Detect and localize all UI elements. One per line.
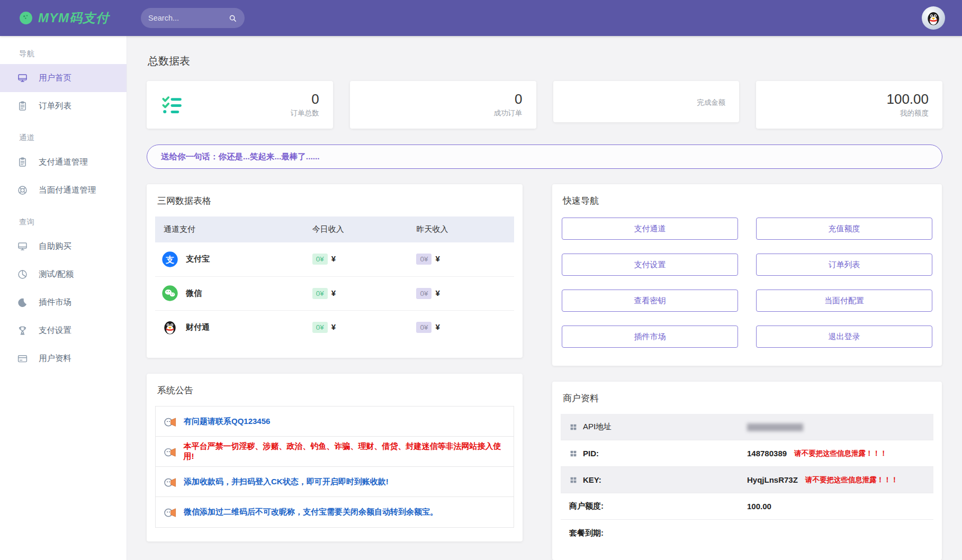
notice-banner: 送给你一句话：你还是...笑起来...最棒了...... [147,144,942,169]
trophy-icon [17,325,28,336]
monitor-icon [17,241,28,252]
channel-table-title: 三网数据表格 [157,195,514,207]
brand-logo[interactable]: MYM码支付 [0,10,127,26]
announcements-title: 系统公告 [157,384,514,396]
table-row-wechat: 微信 0¥¥ 0¥¥ [155,276,514,310]
merchant-row-key: KEY: HyqjLnsR73Z 请不要把这些信息泄露！！！ [561,467,933,493]
leak-warning: 请不要把这些信息泄露！！！ [805,475,898,485]
sidebar-item-f2f-channel-mgmt[interactable]: 当面付通道管理 [0,176,127,204]
tenpay-icon [161,319,178,336]
announcements-list: 有问题请联系QQ123456 本平台严禁一切淫秽、涉赌、政治、钓鱼、诈骗、理财、… [155,406,514,528]
stats-row: 0 订单总数 0 成功订单 [147,81,942,129]
diamond-icon [364,93,388,117]
channel-name: 财付通 [186,322,210,332]
announcement-text: 添加收款码，并扫码登入CK状态，即可开启即时到账收款! [184,477,389,487]
sidebar-item-pay-channel-mgmt[interactable]: 支付通道管理 [0,148,127,176]
yen-symbol: ¥ [331,288,336,297]
stat-card-success-orders: 0 成功订单 [350,81,536,129]
channel-table: 通道支付 今日收入 昨天收入 支 支付宝 [155,216,514,344]
notice-banner-text: 送给你一句话：你还是...笑起来...最棒了...... [161,151,320,162]
quicknav-order-list-button[interactable]: 订单列表 [756,254,932,276]
sidebar-section-query: 查询 [0,204,127,232]
quicknav-logout-button[interactable]: 退出登录 [756,326,932,348]
yesterday-income-badge: 0¥ [416,254,431,265]
today-income-badge: 0¥ [312,254,328,265]
stat-card-completed-amount: 完成金额 [553,81,740,122]
users-icon [567,89,591,114]
sidebar-section-nav: 导航 [0,36,127,64]
wechat-icon [161,285,178,302]
quick-nav-card: 快速导航 支付通道 充值额度 支付设置 订单列表 查看密钥 当面付配置 插件市场… [552,184,942,366]
merchant-label: 套餐到期: [569,528,604,538]
quicknav-pay-settings-button[interactable]: 支付设置 [562,254,738,276]
merchant-row-api: API地址 ██████████████ [561,414,933,440]
stat-label: 我的额度 [900,109,929,118]
left-column: 三网数据表格 通道支付 今日收入 昨天收入 [147,184,523,557]
yen-symbol: ¥ [435,322,439,331]
yen-symbol: ¥ [331,322,336,331]
sidebar-item-self-purchase[interactable]: 自助购买 [0,232,127,260]
quicknav-pay-channel-button[interactable]: 支付通道 [562,218,738,240]
quicknav-plugin-market-button[interactable]: 插件市场 [562,326,738,348]
monitor-icon [17,73,28,84]
stat-label: 成功订单 [494,109,523,118]
merchant-label: API地址 [583,422,612,432]
quicknav-recharge-quota-button[interactable]: 充值额度 [756,218,932,240]
announcement-item: 添加收款码，并扫码登入CK状态，即可开启即时到账收款! [156,467,514,497]
sidebar-item-test-quota[interactable]: 测试/配额 [0,260,127,288]
main-content: 总数据表 0 订单总数 [127,36,962,560]
sidebar: 导航 用户首页 订单列表 通道 支付通道管理 当面付通道管理 查询 自助购买 测… [0,36,127,560]
sidebar-item-user-home[interactable]: 用户首页 [0,64,127,92]
grid-icon [569,449,578,458]
clipboard-icon [17,157,28,168]
sidebar-item-label: 测试/配额 [39,269,74,280]
user-avatar[interactable] [922,6,945,30]
credit-card-icon [17,353,28,364]
grid-icon [569,476,578,484]
quicknav-view-key-button[interactable]: 查看密钥 [562,290,738,312]
sidebar-item-user-profile[interactable]: 用户资料 [0,345,127,373]
search-icon[interactable] [228,14,237,23]
sidebar-item-plugin-market[interactable]: 插件市场 [0,288,127,317]
channel-name: 支付宝 [186,254,210,264]
search-bar [141,8,245,28]
stat-label: 订单总数 [291,109,319,118]
yen-symbol: ¥ [435,254,439,263]
stat-value: 0 [311,92,319,107]
checklist-icon [160,93,185,117]
channel-name: 微信 [186,288,202,299]
quota-value: 100.00 [747,502,771,511]
announcements-card: 系统公告 有问题请联系QQ123456 [147,374,523,541]
announcement-item: 本平台严禁一切淫秽、涉赌、政治、钓鱼、诈骗、理财、借贷、封建迷信等非法网站接入使… [156,437,514,467]
sidebar-section-channel: 通道 [0,120,127,148]
life-ring-icon [17,185,28,196]
database-icon [770,93,794,117]
grid-icon [569,423,578,431]
pid-value: 148780389 [747,449,787,458]
announcement-text: 微信添加过二维码后不可改昵称，支付宝需要关闭余额自动转到余额宝。 [184,507,438,517]
announcement-icon [163,445,177,459]
quick-nav-grid: 支付通道 充值额度 支付设置 订单列表 查看密钥 当面付配置 插件市场 退出登录 [561,216,933,352]
right-column: 快速导航 支付通道 充值额度 支付设置 订单列表 查看密钥 当面付配置 插件市场… [552,184,942,560]
sidebar-item-pay-settings[interactable]: 支付设置 [0,317,127,345]
sidebar-item-label: 插件市场 [39,297,71,308]
sidebar-item-label: 用户资料 [39,353,71,364]
table-row-tenpay: 财付通 0¥¥ 0¥¥ [155,310,514,344]
merchant-row-quota: 商户额度: 100.00 [561,493,933,520]
sidebar-item-label: 支付通道管理 [39,157,88,168]
sidebar-item-order-list[interactable]: 订单列表 [0,92,127,120]
search-input[interactable] [148,14,228,22]
pie-chart-icon [17,269,28,280]
crescent-icon [17,297,28,308]
sidebar-item-label: 用户首页 [39,73,71,84]
merchant-row-package-expiry: 套餐到期: [561,520,933,546]
announcement-text: 本平台严禁一切淫秽、涉赌、政治、钓鱼、诈骗、理财、借贷、封建迷信等非法网站接入使… [184,441,506,462]
stat-card-total-orders: 0 订单总数 [147,81,333,129]
sidebar-item-label: 支付设置 [39,325,71,336]
col-today: 今日收入 [306,216,410,242]
stat-card-my-quota: 100.00 我的额度 [756,81,942,129]
quicknav-f2f-config-button[interactable]: 当面付配置 [756,290,932,312]
today-income-badge: 0¥ [312,288,328,299]
yesterday-income-badge: 0¥ [416,322,431,333]
channel-table-card: 三网数据表格 通道支付 今日收入 昨天收入 [147,184,523,358]
